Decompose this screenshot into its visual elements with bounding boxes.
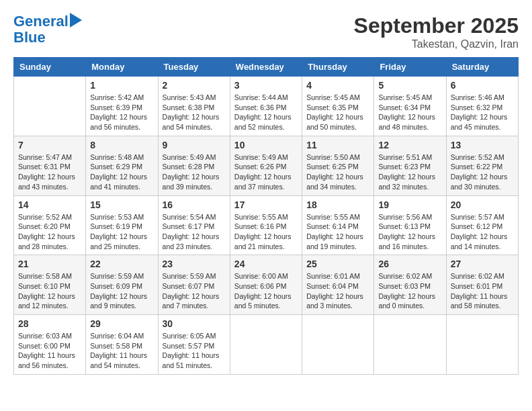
day-number: 14 (18, 199, 81, 210)
day-info: Sunrise: 5:59 AM Sunset: 6:07 PM Dayligh… (163, 271, 226, 311)
day-number: 20 (451, 199, 514, 210)
header-saturday: Saturday (446, 58, 518, 77)
calendar-cell: 7Sunrise: 5:47 AM Sunset: 6:31 PM Daylig… (14, 136, 86, 195)
calendar-cell: 3Sunrise: 5:44 AM Sunset: 6:36 PM Daylig… (230, 77, 302, 136)
calendar-cell: 5Sunrise: 5:45 AM Sunset: 6:34 PM Daylig… (374, 77, 446, 136)
logo: General Blue (13, 13, 82, 46)
day-info: Sunrise: 5:46 AM Sunset: 6:32 PM Dayligh… (451, 93, 514, 132)
calendar-cell: 11Sunrise: 5:50 AM Sunset: 6:25 PM Dayli… (302, 136, 374, 195)
day-info: Sunrise: 5:50 AM Sunset: 6:25 PM Dayligh… (306, 152, 369, 192)
calendar-cell: 16Sunrise: 5:54 AM Sunset: 6:17 PM Dayli… (158, 195, 230, 255)
header-monday: Monday (86, 58, 158, 77)
day-number: 17 (234, 199, 298, 210)
day-info: Sunrise: 5:57 AM Sunset: 6:12 PM Dayligh… (451, 212, 514, 252)
day-info: Sunrise: 5:51 AM Sunset: 6:23 PM Dayligh… (378, 152, 441, 192)
logo-text-line2: Blue (13, 30, 46, 46)
logo-text-line1: General (13, 13, 69, 30)
calendar-cell: 9Sunrise: 5:49 AM Sunset: 6:28 PM Daylig… (158, 136, 230, 195)
day-number: 22 (90, 259, 153, 269)
day-info: Sunrise: 5:59 AM Sunset: 6:09 PM Dayligh… (90, 271, 153, 311)
day-info: Sunrise: 5:54 AM Sunset: 6:17 PM Dayligh… (163, 212, 226, 252)
day-number: 7 (18, 140, 81, 150)
week-row-1: 1Sunrise: 5:42 AM Sunset: 6:39 PM Daylig… (14, 77, 519, 136)
day-info: Sunrise: 5:49 AM Sunset: 6:26 PM Dayligh… (234, 152, 298, 192)
calendar-cell: 8Sunrise: 5:48 AM Sunset: 6:29 PM Daylig… (86, 136, 158, 195)
calendar-cell: 1Sunrise: 5:42 AM Sunset: 6:39 PM Daylig… (86, 77, 158, 136)
day-number: 30 (163, 318, 226, 329)
title-block: September 2025 Takestan, Qazvin, Iran (354, 13, 519, 50)
day-info: Sunrise: 5:49 AM Sunset: 6:28 PM Dayligh… (163, 152, 226, 192)
calendar-cell: 21Sunrise: 5:58 AM Sunset: 6:10 PM Dayli… (14, 255, 86, 315)
calendar-cell: 29Sunrise: 6:04 AM Sunset: 5:58 PM Dayli… (86, 315, 158, 375)
calendar-cell: 19Sunrise: 5:56 AM Sunset: 6:13 PM Dayli… (374, 195, 446, 255)
day-info: Sunrise: 5:43 AM Sunset: 6:38 PM Dayligh… (163, 93, 226, 132)
day-number: 24 (234, 259, 298, 269)
location-subtitle: Takestan, Qazvin, Iran (354, 38, 519, 50)
day-number: 23 (163, 259, 226, 269)
logo-arrow-icon (70, 13, 82, 28)
day-number: 29 (90, 318, 153, 329)
day-number: 8 (90, 140, 153, 150)
calendar-cell: 12Sunrise: 5:51 AM Sunset: 6:23 PM Dayli… (374, 136, 446, 195)
header-friday: Friday (374, 58, 446, 77)
day-number: 15 (90, 199, 153, 210)
day-number: 1 (90, 80, 153, 91)
calendar-cell: 18Sunrise: 5:55 AM Sunset: 6:14 PM Dayli… (302, 195, 374, 255)
day-info: Sunrise: 5:56 AM Sunset: 6:13 PM Dayligh… (378, 212, 441, 252)
week-row-4: 21Sunrise: 5:58 AM Sunset: 6:10 PM Dayli… (14, 255, 519, 315)
day-info: Sunrise: 5:55 AM Sunset: 6:14 PM Dayligh… (306, 212, 369, 252)
calendar-cell: 2Sunrise: 5:43 AM Sunset: 6:38 PM Daylig… (158, 77, 230, 136)
day-number: 4 (306, 80, 369, 91)
day-info: Sunrise: 5:44 AM Sunset: 6:36 PM Dayligh… (234, 93, 298, 132)
day-info: Sunrise: 5:48 AM Sunset: 6:29 PM Dayligh… (90, 152, 153, 192)
day-number: 11 (306, 140, 369, 150)
calendar-cell (446, 315, 518, 375)
month-title: September 2025 (354, 13, 519, 38)
calendar-cell: 24Sunrise: 6:00 AM Sunset: 6:06 PM Dayli… (230, 255, 302, 315)
day-number: 18 (306, 199, 369, 210)
day-info: Sunrise: 5:55 AM Sunset: 6:16 PM Dayligh… (234, 212, 298, 252)
day-number: 6 (451, 80, 514, 91)
day-number: 27 (451, 259, 514, 269)
day-info: Sunrise: 5:52 AM Sunset: 6:20 PM Dayligh… (18, 212, 81, 252)
calendar-cell: 14Sunrise: 5:52 AM Sunset: 6:20 PM Dayli… (14, 195, 86, 255)
calendar-cell: 27Sunrise: 6:02 AM Sunset: 6:01 PM Dayli… (446, 255, 518, 315)
header-sunday: Sunday (14, 58, 86, 77)
calendar-table: SundayMondayTuesdayWednesdayThursdayFrid… (13, 57, 519, 375)
calendar-cell: 4Sunrise: 5:45 AM Sunset: 6:35 PM Daylig… (302, 77, 374, 136)
calendar-cell: 28Sunrise: 6:03 AM Sunset: 6:00 PM Dayli… (14, 315, 86, 375)
day-info: Sunrise: 6:02 AM Sunset: 6:03 PM Dayligh… (378, 271, 441, 311)
calendar-cell: 15Sunrise: 5:53 AM Sunset: 6:19 PM Dayli… (86, 195, 158, 255)
day-number: 5 (378, 80, 441, 91)
calendar-cell: 20Sunrise: 5:57 AM Sunset: 6:12 PM Dayli… (446, 195, 518, 255)
calendar-cell (302, 315, 374, 375)
week-row-5: 28Sunrise: 6:03 AM Sunset: 6:00 PM Dayli… (14, 315, 519, 375)
header-thursday: Thursday (302, 58, 374, 77)
day-info: Sunrise: 6:04 AM Sunset: 5:58 PM Dayligh… (90, 331, 153, 371)
week-row-2: 7Sunrise: 5:47 AM Sunset: 6:31 PM Daylig… (14, 136, 519, 195)
day-info: Sunrise: 6:03 AM Sunset: 6:00 PM Dayligh… (18, 331, 81, 371)
day-info: Sunrise: 5:42 AM Sunset: 6:39 PM Dayligh… (90, 93, 153, 132)
calendar-cell: 22Sunrise: 5:59 AM Sunset: 6:09 PM Dayli… (86, 255, 158, 315)
calendar-cell: 17Sunrise: 5:55 AM Sunset: 6:16 PM Dayli… (230, 195, 302, 255)
calendar-cell: 13Sunrise: 5:52 AM Sunset: 6:22 PM Dayli… (446, 136, 518, 195)
calendar-cell (14, 77, 86, 136)
calendar-cell: 25Sunrise: 6:01 AM Sunset: 6:04 PM Dayli… (302, 255, 374, 315)
day-info: Sunrise: 6:00 AM Sunset: 6:06 PM Dayligh… (234, 271, 298, 311)
day-number: 2 (163, 80, 226, 91)
day-info: Sunrise: 5:45 AM Sunset: 6:35 PM Dayligh… (306, 93, 369, 132)
header-wednesday: Wednesday (230, 58, 302, 77)
calendar-header-row: SundayMondayTuesdayWednesdayThursdayFrid… (14, 58, 519, 77)
day-number: 16 (163, 199, 226, 210)
calendar-cell: 26Sunrise: 6:02 AM Sunset: 6:03 PM Dayli… (374, 255, 446, 315)
day-info: Sunrise: 5:47 AM Sunset: 6:31 PM Dayligh… (18, 152, 81, 192)
day-info: Sunrise: 5:45 AM Sunset: 6:34 PM Dayligh… (378, 93, 441, 132)
calendar-cell: 23Sunrise: 5:59 AM Sunset: 6:07 PM Dayli… (158, 255, 230, 315)
day-number: 28 (18, 318, 81, 329)
day-number: 10 (234, 140, 298, 150)
day-info: Sunrise: 5:52 AM Sunset: 6:22 PM Dayligh… (451, 152, 514, 192)
day-info: Sunrise: 6:05 AM Sunset: 5:57 PM Dayligh… (163, 331, 226, 371)
day-info: Sunrise: 5:58 AM Sunset: 6:10 PM Dayligh… (18, 271, 81, 311)
page-header: General Blue September 2025 Takestan, Qa… (13, 13, 519, 50)
day-number: 25 (306, 259, 369, 269)
